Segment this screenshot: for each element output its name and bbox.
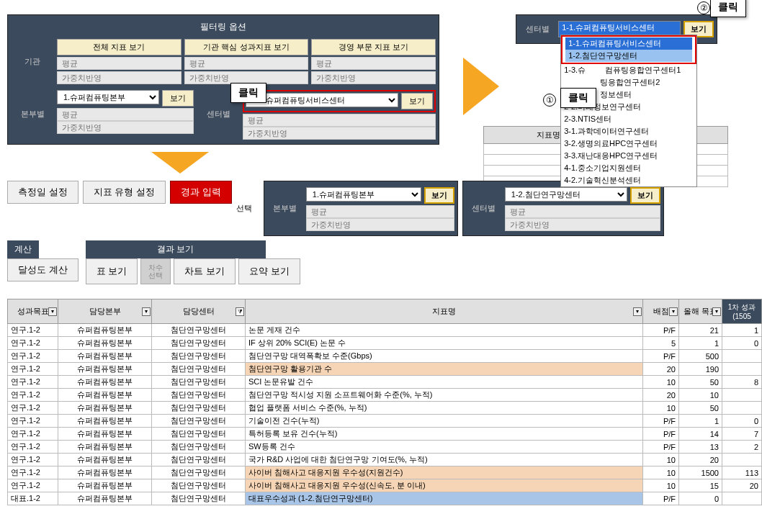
cell-indicator: 사이버 침해사고 대응지원 우수성(지원건수) (246, 466, 643, 479)
cell-hq: 슈퍼컴퓨팅본부 (58, 492, 152, 505)
btn-core-indicators[interactable]: 기관 핵심 성과지표 보기 (184, 39, 309, 55)
avg-field-1 (57, 57, 181, 70)
cell-score: 10 (643, 454, 679, 466)
cell-center: 첨단연구망센터 (152, 324, 246, 337)
dd-opt[interactable]: 2-3.NTIS센터 (561, 113, 696, 125)
filter-icon[interactable]: ▾ (48, 307, 57, 316)
cell-indicator: 논문 게재 건수 (246, 324, 643, 337)
cell-score: 20 (643, 363, 679, 376)
cell-hq: 슈퍼컴퓨팅본부 (58, 363, 152, 376)
hq-avg (57, 108, 194, 121)
cell-target: 15 (679, 479, 722, 492)
center-weight-mid (505, 218, 660, 231)
btn-indicator-type[interactable]: 지표 유형 설정 (83, 181, 166, 204)
result-title: 결과 보기 (86, 240, 266, 258)
click-callout-left: 클릭 (230, 83, 266, 103)
center-view-btn-mid[interactable]: 보기 (630, 187, 660, 204)
center-avg-mid (505, 205, 660, 218)
center-select-initial[interactable]: 1-1.슈퍼컴퓨팅서비스센터 (246, 93, 398, 107)
cell-target: 190 (679, 363, 722, 376)
dd-opt[interactable]: 3-2.생명의료HPC연구센터 (561, 137, 696, 150)
cell-goal: 연구.1-2 (8, 363, 58, 376)
hq-label-mid: 본부별 (267, 186, 303, 231)
btn-mgmt-indicators[interactable]: 경영 부문 지표 보기 (311, 39, 436, 55)
th-target[interactable]: 올해 목표▾ (679, 299, 722, 324)
btn-measure-date[interactable]: 측정일 설정 (7, 181, 79, 204)
cell-goal: 대표.1-2 (8, 492, 58, 505)
cell-target: 1500 (679, 466, 722, 479)
hq-select-mid[interactable]: 1.슈퍼컴퓨팅본부 (306, 187, 421, 202)
btn-chart-view[interactable]: 차트 보기 (174, 258, 236, 284)
click-callout-1: 클릭 (560, 88, 596, 108)
cell-r1: 7 (722, 428, 762, 441)
cell-hq: 슈퍼컴퓨팅본부 (58, 389, 152, 402)
center-dropdown-list[interactable]: 1-1.슈퍼컴퓨팅서비스센터 1-2.첨단연구망센터 1-3.슈 컴퓨팅응합연구… (560, 35, 697, 187)
cell-r1: 8 (722, 376, 762, 389)
table-row: 연구.1-2슈퍼컴퓨팅본부첨단연구망센터사이버 침해사고 대응지원 우수성(지원… (8, 466, 762, 479)
cell-hq: 슈퍼컴퓨팅본부 (58, 324, 152, 337)
cell-indicator: 첨단연구망 활용기관 수 (246, 363, 643, 376)
th-goal[interactable]: 성과목표▾ (8, 299, 58, 324)
btn-table-view[interactable]: 표 보기 (86, 258, 138, 284)
dd-opt[interactable]: 팅응합연구센터2 (561, 76, 696, 89)
click-callout-2: 클릭 (710, 0, 746, 17)
cell-goal: 연구.1-2 (8, 350, 58, 363)
cell-indicator: 첨단연구망 적시성 지원 소프트웨어화 수준(%, 누적) (246, 389, 643, 402)
th-score[interactable]: 배점▾ (643, 299, 679, 324)
cell-center: 첨단연구망센터 (152, 441, 246, 454)
funnel-icon[interactable]: ⧩ (236, 307, 244, 316)
btn-calc[interactable]: 달성도 계산 (7, 258, 79, 281)
filter-icon[interactable]: ▾ (633, 307, 642, 316)
dd-opt-part[interactable]: 컴퓨팅응합연구센터1 (605, 66, 681, 74)
cell-goal: 연구.1-2 (8, 454, 58, 466)
center-select-mid[interactable]: 1-2.첨단연구망센터 (505, 187, 627, 202)
cell-goal: 연구.1-2 (8, 337, 58, 350)
dd-opt[interactable]: 4-1.중소기업지원센터 (561, 162, 696, 174)
dd-opt[interactable]: 3-1.과학데이터연구센터 (561, 125, 696, 137)
th-hq[interactable]: 담당본부▾ (58, 299, 152, 324)
dd-opt[interactable]: 4-2.기술혁신분석센터 (561, 174, 696, 186)
cell-goal: 연구.1-2 (8, 428, 58, 441)
avg-field-3 (311, 57, 436, 70)
cell-score: P/F (643, 415, 679, 428)
filter-icon[interactable]: ▾ (142, 307, 151, 316)
cell-hq: 슈퍼컴퓨팅본부 (58, 454, 152, 466)
table-row: 연구.1-2슈퍼컴퓨팅본부첨단연구망센터첨단연구망 적시성 지원 소프트웨어화 … (8, 389, 762, 402)
hq-select[interactable]: 1.슈퍼컴퓨팅본부 (57, 90, 159, 104)
cell-hq: 슈퍼컴퓨팅본부 (58, 428, 152, 441)
th-indicator[interactable]: 지표명▾ (246, 299, 643, 324)
dd-opt[interactable]: 1-2.첨단연구망센터 (565, 50, 692, 62)
btn-all-indicators[interactable]: 전체 지표 보기 (57, 39, 181, 55)
cell-score: P/F (643, 324, 679, 337)
btn-result-input[interactable]: 경과 입력 (170, 181, 232, 204)
dd-opt[interactable]: 1-1.슈퍼컴퓨팅서비스센터 (565, 37, 692, 50)
filter-icon[interactable]: ▾ (669, 307, 678, 316)
cell-center: 첨단연구망센터 (152, 466, 246, 479)
cell-center: 첨단연구망센터 (152, 337, 246, 350)
cell-goal: 연구.1-2 (8, 441, 58, 454)
cell-hq: 슈퍼컴퓨팅본부 (58, 337, 152, 350)
cell-target: 50 (679, 402, 722, 415)
th-center[interactable]: 담당센터⧩ (152, 299, 246, 324)
table-row: 연구.1-2슈퍼컴퓨팅본부첨단연구망센터IF 상위 20% SCI(E) 논문 … (8, 337, 762, 350)
cell-indicator: 사이버 침해사고 대응지원 우수성(신속도, 분 이내) (246, 479, 643, 492)
btn-summary-view[interactable]: 요약 보기 (238, 258, 300, 284)
filter-icon[interactable]: ▾ (712, 307, 721, 316)
cell-target: 20 (679, 454, 722, 466)
hq-view-btn[interactable]: 보기 (162, 90, 194, 107)
cell-hq: 슈퍼컴퓨팅본부 (58, 479, 152, 492)
cell-hq: 슈퍼컴퓨팅본부 (58, 466, 152, 479)
table-row: 연구.1-2슈퍼컴퓨팅본부첨단연구망센터협업 플랫폼 서비스 수준(%, 누적)… (8, 402, 762, 415)
dd-opt[interactable]: 1-3.슈 (564, 66, 586, 74)
table-row: 연구.1-2슈퍼컴퓨팅본부첨단연구망센터국가 R&D 사업에 대한 첨단연구망 … (8, 454, 762, 466)
dd-opt[interactable]: 3-3.재난대응HPC연구센터 (561, 150, 696, 162)
center-view-btn[interactable]: 보기 (401, 93, 433, 109)
cell-center: 첨단연구망센터 (152, 479, 246, 492)
cell-hq: 슈퍼컴퓨팅본부 (58, 350, 152, 363)
cell-r1: 0 (722, 415, 762, 428)
cell-r1 (722, 492, 762, 505)
cell-score: 20 (643, 389, 679, 402)
cell-r1: 1 (722, 324, 762, 337)
hq-view-btn-mid[interactable]: 보기 (424, 187, 454, 204)
cell-score: P/F (643, 492, 679, 505)
